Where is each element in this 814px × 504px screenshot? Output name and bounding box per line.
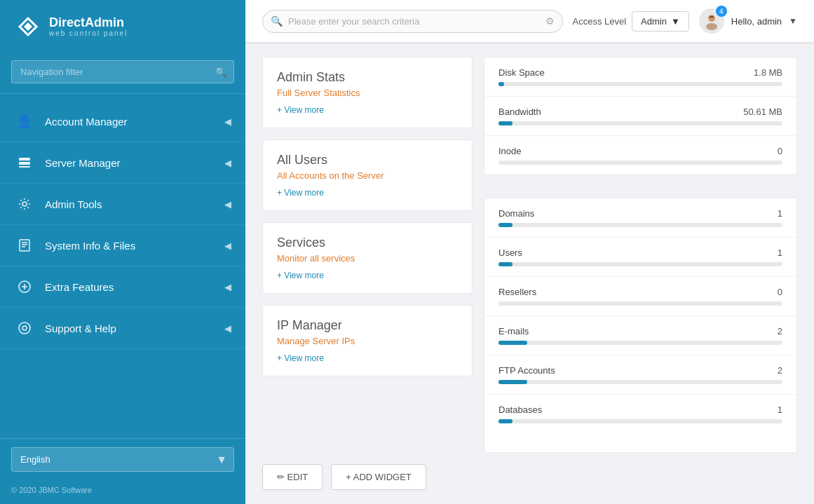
topbar: 🔍 ⚙ Access Level Admin ▼ [245, 0, 814, 43]
stat-value: 2 [778, 365, 782, 376]
bottom-stats-card: Domains 1 Users 1 Resellers 0 E-mails 2 [484, 198, 797, 453]
stat-row: Users 1 [484, 238, 796, 277]
admin-stats-widget: Admin Stats Full Server Statistics + Vie… [262, 57, 473, 128]
stat-label: FTP Accounts [498, 365, 555, 376]
sidebar-footer: English French German Spanish ▼ © 2020 J… [0, 438, 245, 504]
sidebar-item-label: System Info & Files [45, 240, 224, 252]
system-info-icon [14, 235, 35, 256]
widgets-left: Admin Stats Full Server Statistics + Vie… [262, 57, 473, 453]
stat-bar-bg [498, 341, 782, 345]
stat-label: E-mails [498, 326, 529, 336]
stat-value: 1 [778, 247, 782, 258]
language-select[interactable]: English French German Spanish [11, 447, 234, 472]
search-settings-icon[interactable]: ⚙ [545, 15, 555, 27]
ip-manager-title: IP Manager [277, 318, 458, 333]
svg-point-13 [19, 322, 30, 334]
access-level-label: Access Level [573, 16, 627, 27]
logo-subtitle: web control panel [49, 29, 128, 37]
sidebar-item-system-info[interactable]: System Info & Files ◀ [0, 225, 245, 266]
user-greeting: Hello, admin [731, 16, 782, 27]
stat-value: 0 [778, 146, 782, 156]
nav-filter-input[interactable] [11, 60, 234, 83]
stat-bar-fill [498, 380, 527, 384]
stat-row: Databases 1 [484, 395, 796, 433]
services-title: Services [277, 236, 458, 250]
stat-row: Domains 1 [484, 198, 796, 238]
stat-bar-bg [498, 82, 782, 86]
user-notification-badge: 4 [716, 6, 727, 17]
nav-filter-search-icon: 🔍 [215, 67, 227, 78]
stat-bar-fill [498, 262, 513, 266]
access-level-button[interactable]: Admin ▼ [632, 11, 689, 32]
account-manager-icon: 👤 [14, 111, 35, 132]
stat-label: Bandwidth [498, 107, 541, 117]
svg-point-14 [22, 326, 27, 330]
sidebar-item-admin-tools[interactable]: Admin Tools ◀ [0, 184, 245, 225]
dashboard: Admin Stats Full Server Statistics + Vie… [245, 43, 814, 504]
services-view-more[interactable]: + View more [277, 271, 458, 280]
widgets-row: Admin Stats Full Server Statistics + Vie… [262, 57, 797, 453]
sidebar-item-server-manager[interactable]: Server Manager ◀ [0, 142, 245, 184]
stat-bar-bg [498, 223, 782, 227]
stat-row: Bandwidth 50.61 MB [484, 97, 796, 136]
services-subtitle: Monitor all services [277, 253, 458, 264]
stat-row: FTP Accounts 2 [484, 355, 796, 395]
stat-row: E-mails 2 [484, 316, 796, 355]
sidebar-item-account-manager[interactable]: 👤 Account Manager ◀ [0, 101, 245, 142]
stat-row: Resellers 0 [484, 277, 796, 316]
svg-rect-4 [19, 166, 30, 168]
ip-manager-view-more[interactable]: + View more [277, 353, 458, 363]
extra-features-icon [14, 276, 35, 297]
all-users-subtitle: All Accounts on the Server [277, 170, 458, 181]
sidebar-item-extra-features[interactable]: Extra Features ◀ [0, 266, 245, 308]
right-panel: Disk Space 1.8 MB Bandwidth 50.61 MB Ino… [484, 57, 797, 453]
user-area[interactable]: 4 Hello, admin ▼ [699, 8, 797, 34]
stat-bar-bg [498, 301, 782, 306]
ip-manager-widget: IP Manager Manage Server IPs + View more [262, 305, 473, 376]
stat-value: 1 [778, 404, 782, 415]
stat-bar-bg [498, 121, 782, 125]
search-icon-left: 🔍 [271, 15, 283, 27]
sidebar-item-label: Admin Tools [45, 198, 224, 210]
access-level-dropdown-arrow: ▼ [671, 16, 680, 27]
access-level-value: Admin [641, 16, 667, 27]
edit-button[interactable]: ✏ EDIT [262, 464, 323, 490]
stat-bar-fill [498, 341, 527, 345]
user-avatar-wrap: 4 [699, 8, 724, 34]
stat-bar-fill [498, 223, 513, 227]
admin-stats-title: Admin Stats [277, 70, 458, 85]
admin-tools-icon [14, 193, 35, 214]
support-help-arrow: ◀ [224, 323, 231, 334]
copyright: © 2020 JBMC Software [0, 480, 245, 504]
sidebar-item-label: Support & Help [45, 322, 224, 334]
stat-row: Disk Space 1.8 MB [484, 57, 796, 97]
svg-point-5 [22, 202, 27, 206]
stat-bar-bg [498, 262, 782, 266]
sidebar: DirectAdmin web control panel 🔍 👤 Accoun… [0, 0, 245, 504]
stat-value: 50.61 MB [743, 107, 782, 117]
svg-point-16 [706, 23, 717, 30]
svg-marker-1 [24, 22, 32, 31]
stat-bar-bg [498, 419, 782, 423]
all-users-view-more[interactable]: + View more [277, 188, 458, 198]
support-help-icon [14, 318, 35, 339]
admin-stats-view-more[interactable]: + View more [277, 105, 458, 115]
system-info-arrow: ◀ [224, 240, 231, 251]
sidebar-item-support-help[interactable]: Support & Help ◀ [0, 308, 245, 349]
search-input[interactable] [262, 10, 563, 33]
services-widget: Services Monitor all services + View mor… [262, 222, 473, 294]
stat-value: 1.8 MB [754, 67, 782, 78]
stat-label: Users [498, 247, 522, 258]
access-level-wrap: Access Level Admin ▼ [573, 11, 689, 32]
stat-label: Databases [498, 404, 542, 415]
stat-bar-bg [498, 161, 782, 165]
top-stats-card: Disk Space 1.8 MB Bandwidth 50.61 MB Ino… [484, 57, 797, 175]
add-widget-button[interactable]: + ADD WIDGET [331, 464, 426, 490]
sidebar-logo: DirectAdmin web control panel [0, 0, 245, 53]
svg-rect-2 [19, 158, 30, 161]
all-users-title: All Users [277, 153, 458, 168]
account-manager-arrow: ◀ [224, 116, 231, 127]
language-select-wrap: English French German Spanish ▼ [0, 439, 245, 480]
stat-bar-fill [498, 82, 504, 86]
stat-row: Inode 0 [484, 136, 796, 175]
